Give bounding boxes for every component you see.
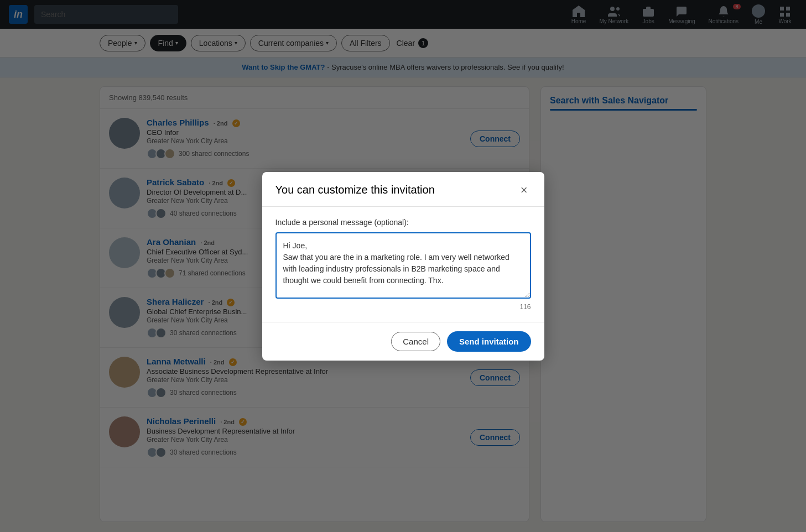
modal-footer: Cancel Send invitation (262, 322, 544, 361)
modal-title: You can customize this invitation (275, 184, 435, 196)
close-button[interactable]: × (517, 183, 531, 197)
send-invitation-button[interactable]: Send invitation (447, 331, 531, 352)
cancel-button[interactable]: Cancel (391, 332, 440, 351)
modal-header: You can customize this invitation × (262, 172, 544, 207)
modal-label: Include a personal message (optional): (275, 218, 531, 227)
char-count: 116 (275, 303, 531, 311)
modal-body: Include a personal message (optional): H… (262, 207, 544, 322)
message-textarea[interactable]: Hi Joe, Saw that you are the in a market… (275, 232, 531, 299)
modal-overlay[interactable]: You can customize this invitation × Incl… (0, 0, 806, 532)
invitation-modal: You can customize this invitation × Incl… (262, 172, 544, 361)
